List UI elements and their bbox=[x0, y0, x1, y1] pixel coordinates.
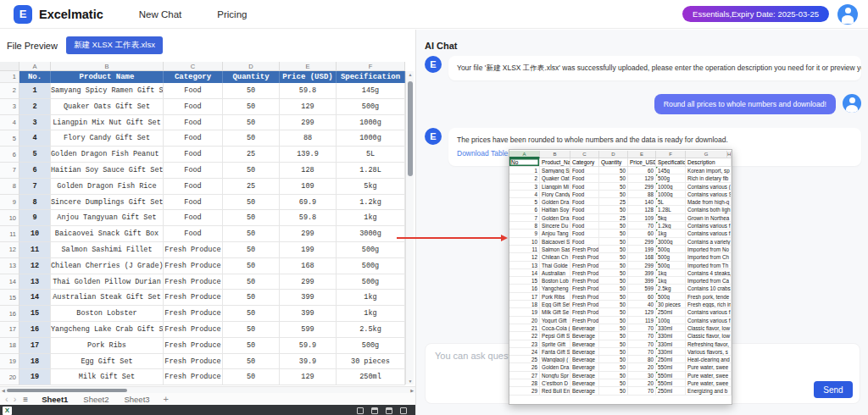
cell-no[interactable]: 4 bbox=[19, 130, 51, 147]
horizontal-scrollbar[interactable]: ◀ ▶ bbox=[0, 386, 415, 393]
sheet-row[interactable]: 9 8 Sincere Dumplings Gift Set Food 50 6… bbox=[0, 195, 414, 211]
row-number[interactable]: 10 bbox=[0, 210, 19, 226]
row-number[interactable]: 8 bbox=[0, 179, 19, 195]
sheet-row[interactable]: 17 16 Yangcheng Lake Crab Gift Set Fresh… bbox=[0, 322, 414, 338]
cell-category[interactable]: Fresh Produce bbox=[164, 274, 223, 290]
sheet-row[interactable]: 5 4 Flory Candy Gift Set Food 50 88 1000… bbox=[0, 130, 414, 147]
cell-quantity[interactable]: 50 bbox=[223, 306, 280, 322]
cell-no[interactable]: 17 bbox=[19, 338, 51, 354]
cell-category[interactable]: Food bbox=[164, 130, 223, 147]
cell-no[interactable]: 16 bbox=[19, 322, 51, 338]
header-price[interactable]: Price (USD) bbox=[280, 71, 337, 83]
cell-price[interactable]: 299 bbox=[280, 274, 337, 290]
cell-no[interactable]: 2 bbox=[19, 99, 51, 115]
cell-product-name[interactable]: Golden Dragon Fish Rice bbox=[51, 179, 164, 195]
col-letter-d[interactable]: D bbox=[223, 62, 280, 71]
cell-category[interactable]: Food bbox=[164, 163, 223, 179]
cell-no[interactable]: 1 bbox=[19, 83, 51, 99]
sheet-row[interactable]: 11 10 Baicaovei Snack Gift Box Food 50 2… bbox=[0, 226, 414, 242]
cell-quantity[interactable]: 50 bbox=[223, 226, 280, 242]
cell-category[interactable]: Fresh Produce bbox=[164, 354, 223, 370]
cell-specification[interactable]: 5kg bbox=[337, 179, 405, 195]
cell-product-name[interactable]: Samyang Spicy Ramen Gift Set bbox=[51, 83, 164, 99]
cell-quantity[interactable]: 50 bbox=[223, 322, 280, 338]
row-number[interactable]: 1 bbox=[0, 71, 19, 83]
sheet-row[interactable]: 13 12 Chilean Cherries (J Grade) Fresh P… bbox=[0, 258, 414, 274]
cell-product-name[interactable]: Australian Steak Gift Set bbox=[51, 290, 164, 306]
cell-product-name[interactable]: Pork Ribs bbox=[51, 338, 164, 354]
sheet-row[interactable]: 7 6 Haitian Soy Sauce Gift Set Food 50 1… bbox=[0, 163, 414, 179]
scroll-up-icon[interactable]: ▲ bbox=[406, 72, 415, 77]
col-letter-f[interactable]: F bbox=[337, 62, 405, 71]
cell-quantity[interactable]: 25 bbox=[223, 147, 280, 163]
result-table-preview[interactable]: A B C D E F G H No Product_Na Category Q… bbox=[509, 149, 732, 405]
tab-sheet1[interactable]: Sheet1 bbox=[40, 394, 70, 405]
cell-product-name[interactable]: Salmon Sashimi Fillet bbox=[51, 242, 164, 258]
cell-quantity[interactable]: 50 bbox=[223, 258, 280, 274]
cell-category[interactable]: Food bbox=[164, 210, 223, 226]
col-letter-b[interactable]: B bbox=[51, 62, 164, 71]
cell-quantity[interactable]: 50 bbox=[223, 274, 280, 290]
cell-quantity[interactable]: 50 bbox=[223, 115, 280, 131]
cell-specification[interactable]: 500g bbox=[337, 99, 405, 115]
cell-specification[interactable]: 1000g bbox=[337, 130, 405, 147]
sheet-row[interactable]: 8 7 Golden Dragon Fish Rice Food 25 109 … bbox=[0, 179, 414, 195]
select-all-corner[interactable] bbox=[0, 62, 19, 71]
cell-no[interactable]: 18 bbox=[19, 354, 51, 370]
cell-price[interactable]: 599 bbox=[280, 322, 337, 338]
cell-product-name[interactable]: Sincere Dumplings Gift Set bbox=[51, 195, 164, 211]
cell-category[interactable]: Fresh Produce bbox=[164, 338, 223, 354]
cell-specification[interactable]: 145g bbox=[337, 83, 405, 99]
row-number[interactable]: 17 bbox=[0, 322, 19, 338]
cell-no[interactable]: 15 bbox=[19, 306, 51, 322]
cell-no[interactable]: 3 bbox=[19, 115, 51, 131]
row-number[interactable]: 7 bbox=[0, 163, 19, 179]
cell-specification[interactable]: 30 pieces bbox=[337, 354, 405, 370]
cell-quantity[interactable]: 50 bbox=[223, 290, 280, 306]
cell-category[interactable]: Fresh Produce bbox=[164, 369, 223, 385]
cell-specification[interactable]: 1kg bbox=[337, 306, 405, 322]
col-letter-e[interactable]: E bbox=[280, 62, 337, 71]
sheet-row[interactable]: 16 15 Boston Lobster Fresh Produce 50 39… bbox=[0, 306, 414, 322]
cell-product-name[interactable]: Milk Gift Set bbox=[51, 369, 164, 385]
cell-product-name[interactable]: Egg Gift Set bbox=[51, 354, 164, 370]
cell-no[interactable]: 13 bbox=[19, 274, 51, 290]
tab-sheet3[interactable]: Sheet3 bbox=[122, 394, 151, 405]
cell-product-name[interactable]: Yangcheng Lake Crab Gift Set bbox=[51, 322, 164, 338]
cell-product-name[interactable]: Baicaovei Snack Gift Box bbox=[51, 226, 164, 242]
cell-price[interactable]: 88 bbox=[280, 130, 337, 147]
cell-specification[interactable]: 500g bbox=[337, 242, 405, 258]
cell-quantity[interactable]: 50 bbox=[223, 369, 280, 385]
sheet-row[interactable]: 14 13 Thai Golden Pillow Durian Fresh Pr… bbox=[0, 274, 414, 290]
col-letter-a[interactable]: A bbox=[19, 62, 51, 71]
cell-quantity[interactable]: 50 bbox=[223, 83, 280, 99]
send-button[interactable]: Send bbox=[814, 381, 853, 398]
row-number[interactable]: 14 bbox=[0, 274, 19, 290]
row-number[interactable]: 3 bbox=[0, 99, 19, 115]
cell-no[interactable]: 5 bbox=[19, 147, 51, 163]
cell-no[interactable]: 10 bbox=[19, 226, 51, 242]
sheet-menu-icon[interactable]: ≡ bbox=[23, 395, 28, 404]
vertical-scrollbar[interactable]: ▲ ▼ bbox=[405, 71, 414, 385]
cell-price[interactable]: 299 bbox=[280, 226, 337, 242]
cell-category[interactable]: Food bbox=[164, 195, 223, 211]
cell-quantity[interactable]: 50 bbox=[223, 242, 280, 258]
cell-category[interactable]: Fresh Produce bbox=[164, 290, 223, 306]
sheet-row[interactable]: 3 2 Quaker Oats Gift Set Food 50 129 500… bbox=[0, 99, 414, 115]
row-number[interactable]: 18 bbox=[0, 338, 19, 354]
cell-quantity[interactable]: 50 bbox=[223, 338, 280, 354]
row-number[interactable]: 16 bbox=[0, 306, 19, 322]
cell-specification[interactable]: 500g bbox=[337, 258, 405, 274]
cell-category[interactable]: Fresh Produce bbox=[164, 306, 223, 322]
cell-specification[interactable]: 1kg bbox=[337, 290, 405, 306]
cell-specification[interactable]: 1.28L bbox=[337, 163, 405, 179]
cell-price[interactable]: 39.9 bbox=[280, 354, 337, 370]
cell-category[interactable]: Food bbox=[164, 115, 223, 131]
sheet-row[interactable]: 19 18 Egg Gift Set Fresh Produce 50 39.9… bbox=[0, 354, 414, 370]
nav-new-chat[interactable]: New Chat bbox=[139, 9, 182, 19]
cell-specification[interactable]: 2.5kg bbox=[337, 322, 405, 338]
cell-quantity[interactable]: 50 bbox=[223, 130, 280, 147]
cell-no[interactable]: 11 bbox=[19, 242, 51, 258]
cell-specification[interactable]: 500g bbox=[337, 338, 405, 354]
cell-no[interactable]: 12 bbox=[19, 258, 51, 274]
